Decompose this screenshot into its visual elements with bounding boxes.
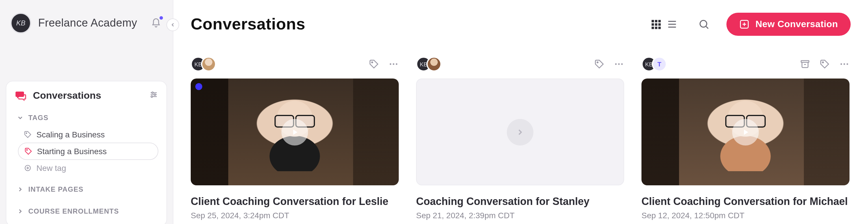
cards-grid: KBClient Coaching Conversation for Lesli… <box>191 56 851 220</box>
svg-point-23 <box>618 63 620 65</box>
brand-logo-initials: KB <box>16 19 25 27</box>
svg-point-15 <box>700 21 707 27</box>
more-horizontal-icon <box>839 59 849 69</box>
brand-name: Freelance Academy <box>38 17 143 29</box>
tag-icon <box>24 147 32 155</box>
grid-icon <box>650 19 662 30</box>
card-head: KB <box>191 56 399 73</box>
brand-logo[interactable]: KB <box>10 13 31 33</box>
svg-point-4 <box>27 150 27 150</box>
avatar-participant: T <box>652 57 667 72</box>
card-date: Sep 21, 2024, 2:39pm CDT <box>416 211 624 220</box>
plus-square-icon <box>739 19 749 29</box>
svg-point-3 <box>26 133 27 134</box>
nav-card-conversations: Conversations TAGS Scaling a Business <box>6 81 167 224</box>
section-tags: TAGS Scaling a Business Starting a Busin… <box>14 109 158 176</box>
plus-circle-icon <box>24 164 32 172</box>
svg-point-2 <box>151 96 153 97</box>
chevron-right-icon <box>17 208 24 215</box>
section-head-intake[interactable]: INTAKE PAGES <box>14 181 158 198</box>
svg-rect-25 <box>801 61 809 62</box>
svg-rect-9 <box>652 23 654 26</box>
sidebar-collapse-button[interactable] <box>166 19 179 31</box>
play-button[interactable] <box>507 119 533 145</box>
new-conversation-button[interactable]: New Conversation <box>726 13 851 36</box>
more-horizontal-icon <box>614 59 624 69</box>
card-title: Client Coaching Conversation for Leslie <box>191 195 399 209</box>
svg-rect-7 <box>655 20 657 22</box>
card-avatars[interactable]: KBT <box>642 57 667 72</box>
card-date: Sep 12, 2024, 12:50pm CDT <box>642 211 849 220</box>
page-title: Conversations <box>191 15 650 33</box>
tag-icon <box>819 59 830 69</box>
list-icon <box>666 19 678 30</box>
card-title: Coaching Conversation for Stanley <box>416 195 624 209</box>
section-head-enroll[interactable]: COURSE ENROLLMENTS <box>14 203 158 220</box>
section-head-tags[interactable]: TAGS <box>14 109 158 126</box>
view-grid-button[interactable] <box>650 19 662 30</box>
notifications-bell[interactable] <box>150 17 162 29</box>
svg-rect-14 <box>658 27 661 29</box>
chevron-right-icon <box>17 186 24 193</box>
svg-point-27 <box>841 63 842 65</box>
section-label: COURSE ENROLLMENTS <box>28 207 119 215</box>
conversation-card[interactable]: KBTClient Coaching Conversation for Mich… <box>642 56 849 220</box>
section-label: TAGS <box>28 114 49 122</box>
svg-rect-8 <box>658 20 661 22</box>
card-date: Sep 25, 2024, 3:24pm CDT <box>191 211 399 220</box>
svg-point-1 <box>154 94 155 95</box>
new-conversation-label: New Conversation <box>755 19 838 29</box>
svg-rect-10 <box>655 23 657 26</box>
play-button[interactable] <box>732 119 759 145</box>
section-intake: INTAKE PAGES <box>14 181 158 198</box>
card-head: KBT <box>642 56 849 73</box>
card-avatars[interactable]: KB <box>191 57 216 72</box>
chevron-right-icon <box>516 127 525 136</box>
card-tag-button[interactable] <box>819 59 830 69</box>
card-thumbnail[interactable] <box>416 78 624 185</box>
chevron-left-icon <box>170 22 176 28</box>
view-list-button[interactable] <box>666 19 678 30</box>
svg-point-29 <box>847 63 848 65</box>
tag-scaling-business[interactable]: Scaling a Business <box>18 126 158 142</box>
nav-card-header[interactable]: Conversations <box>14 90 158 102</box>
card-thumbnail[interactable] <box>191 78 399 185</box>
svg-rect-13 <box>655 27 657 29</box>
tag-list: Scaling a Business Starting a Business N… <box>14 126 158 176</box>
play-icon <box>741 127 750 136</box>
notification-dot <box>159 15 163 20</box>
card-tag-button[interactable] <box>594 59 604 69</box>
svg-point-17 <box>372 62 373 63</box>
chevron-down-icon <box>17 114 24 121</box>
tag-icon <box>369 59 379 69</box>
unread-indicator <box>195 83 202 90</box>
svg-point-19 <box>393 63 394 65</box>
svg-point-22 <box>615 63 617 65</box>
card-more-button[interactable] <box>614 59 624 69</box>
card-archive-button[interactable] <box>800 59 810 69</box>
avatar-participant <box>201 57 216 72</box>
svg-point-26 <box>823 62 824 63</box>
sidebar: KB Freelance Academy Conversations <box>0 0 174 224</box>
tag-label: Scaling a Business <box>36 130 105 139</box>
card-title: Client Coaching Conversation for Michael <box>642 195 849 209</box>
svg-point-0 <box>152 92 153 94</box>
search-icon <box>698 19 710 30</box>
card-tag-button[interactable] <box>369 59 379 69</box>
more-horizontal-icon <box>389 59 399 69</box>
card-avatars[interactable]: KB <box>416 57 441 72</box>
filter-settings-icon[interactable] <box>149 90 158 102</box>
card-head: KB <box>416 56 624 73</box>
chat-icon <box>14 90 27 102</box>
play-button[interactable] <box>281 119 308 145</box>
svg-rect-12 <box>652 27 654 29</box>
tag-starting-business[interactable]: Starting a Business <box>18 142 158 160</box>
conversation-card[interactable]: KBClient Coaching Conversation for Lesli… <box>191 56 399 220</box>
card-more-button[interactable] <box>839 59 849 69</box>
card-more-button[interactable] <box>389 59 399 69</box>
tag-new[interactable]: New tag <box>18 160 158 176</box>
topbar: Conversations New Conversation <box>191 13 851 36</box>
card-thumbnail[interactable] <box>642 78 849 185</box>
search-button[interactable] <box>694 14 714 34</box>
conversation-card[interactable]: KBCoaching Conversation for StanleySep 2… <box>416 56 624 220</box>
